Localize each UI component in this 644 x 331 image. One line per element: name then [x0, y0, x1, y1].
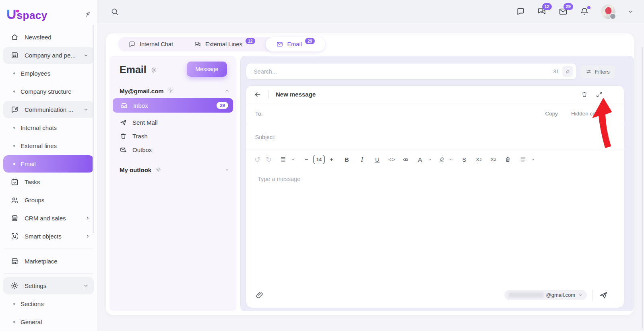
mail-icon[interactable]: 29: [558, 7, 568, 16]
chevron-down-icon[interactable]: [290, 154, 296, 165]
to-input[interactable]: [268, 110, 541, 117]
uspacy-logo[interactable]: U spacy: [6, 7, 47, 22]
sliders-icon: [586, 69, 592, 75]
bell-icon[interactable]: [580, 7, 589, 16]
code-button[interactable]: <>: [387, 154, 396, 165]
account-gmail[interactable]: My@gmail.com: [120, 85, 230, 97]
chevron-down-icon[interactable]: [224, 167, 230, 173]
chevron-down-icon[interactable]: [427, 154, 433, 165]
search-icon[interactable]: [110, 7, 119, 16]
bullet-icon: [13, 145, 15, 147]
underline-button[interactable]: U: [373, 154, 382, 165]
italic-button[interactable]: I: [357, 154, 367, 165]
gear-icon[interactable]: [168, 88, 173, 94]
sidebar-item-crm[interactable]: CRM and sales: [0, 209, 97, 227]
sidebar-item-external-lines[interactable]: External lines: [0, 137, 97, 155]
text-color-button[interactable]: A: [415, 154, 425, 165]
expand-icon[interactable]: [596, 91, 603, 98]
page-scrollbar[interactable]: [642, 47, 643, 329]
bold-button[interactable]: B: [342, 154, 351, 165]
chevron-down-icon[interactable]: [448, 154, 454, 165]
avatar[interactable]: [601, 4, 615, 19]
chevron-up-icon[interactable]: [224, 88, 230, 94]
clear-search-icon[interactable]: [562, 66, 573, 77]
tab-external-lines[interactable]: External Lines 12: [184, 37, 266, 51]
tab-email[interactable]: Email 29: [266, 37, 325, 51]
sidebar: U spacy Newsfeed Company and pe... Emplo…: [0, 0, 97, 331]
sidebar-item-label: Marketplace: [25, 258, 58, 265]
gear-icon[interactable]: [151, 67, 157, 73]
sidebar-item-label: Communication ...: [25, 106, 73, 113]
filters-button[interactable]: Filters: [580, 65, 615, 78]
copy-link[interactable]: Copy: [545, 111, 558, 117]
sidebar-item-newsfeed[interactable]: Newsfeed: [0, 28, 97, 46]
chats-icon[interactable]: 12: [537, 7, 547, 16]
sidebar-item-general[interactable]: General: [0, 313, 97, 331]
chevron-right-icon: [85, 215, 91, 221]
sidebar-item-company[interactable]: Company and pe...: [3, 47, 94, 64]
folder-sent[interactable]: Sent Mail: [120, 116, 158, 128]
account-name: My@gmail.com: [120, 88, 164, 95]
attach-file-icon[interactable]: [255, 291, 264, 299]
subject-input[interactable]: [281, 134, 610, 141]
calendar-check-icon: [10, 178, 19, 186]
folder-label: Sent Mail: [132, 119, 158, 126]
sidebar-item-smart-objects[interactable]: Smart objects: [0, 227, 97, 245]
sidebar-item-email[interactable]: Email: [3, 155, 94, 173]
compose-header: New message: [246, 86, 624, 103]
strikethrough-button[interactable]: S: [460, 154, 469, 165]
subscript-button[interactable]: X2: [474, 154, 483, 165]
undo-icon[interactable]: ↺: [253, 154, 262, 165]
account-outlook[interactable]: My outlook: [120, 164, 230, 176]
chevron-down-icon[interactable]: [530, 154, 536, 165]
folder-inbox[interactable]: Inbox 29: [113, 98, 233, 113]
inbox-icon: [120, 102, 128, 109]
font-size-increase[interactable]: +: [327, 154, 336, 165]
sidebar-item-employees[interactable]: Employees: [0, 64, 97, 82]
bullet-icon: [13, 303, 15, 305]
folder-outbox[interactable]: Outbox: [120, 144, 152, 156]
delete-draft-icon[interactable]: [581, 91, 588, 98]
sidebar-item-company-structure[interactable]: Company structure: [0, 82, 97, 101]
sidebar-item-label: Newsfeed: [25, 34, 52, 41]
redo-icon[interactable]: ↻: [264, 154, 273, 165]
folder-trash[interactable]: Trash: [120, 130, 148, 142]
sidebar-item-groups[interactable]: Groups: [0, 191, 97, 209]
sidebar-item-communication[interactable]: Communication ...: [3, 101, 94, 118]
sidebar-item-marketplace[interactable]: Marketplace: [0, 252, 97, 270]
new-message-button[interactable]: Message: [187, 62, 227, 77]
sidebar-item-settings[interactable]: Settings: [3, 277, 94, 294]
font-size-decrease[interactable]: −: [302, 154, 311, 165]
format-toolbar: ↺ ↻ − 14 + B I U <> A S: [246, 150, 624, 169]
sidebar-scrollbar[interactable]: [93, 25, 94, 233]
result-count: 31: [553, 68, 559, 74]
from-account-select[interactable]: @gmail.com: [504, 290, 587, 300]
align-icon[interactable]: [518, 154, 528, 165]
gear-icon[interactable]: [155, 167, 161, 173]
profile-chevron-down-icon[interactable]: [627, 8, 634, 15]
tab-internal-chat[interactable]: Internal Chat: [118, 37, 184, 51]
trash-icon: [120, 132, 127, 140]
line-height-icon[interactable]: [279, 154, 288, 165]
sidebar-item-label: Settings: [25, 282, 46, 289]
logo-text: spacy: [17, 9, 47, 22]
link-icon[interactable]: [401, 154, 410, 165]
search-input[interactable]: [253, 68, 553, 75]
folder-label: Trash: [132, 133, 148, 140]
superscript-button[interactable]: X2: [489, 154, 498, 165]
hidden-copy-link[interactable]: Hidden copy: [571, 111, 601, 117]
back-arrow-icon[interactable]: [254, 90, 262, 99]
sidebar-item-sections[interactable]: Sections: [0, 295, 97, 313]
highlight-color-icon[interactable]: [437, 154, 446, 165]
sidebar-item-internal-chats[interactable]: Internal chats: [0, 119, 97, 137]
comment-icon[interactable]: [516, 7, 525, 16]
sidebar-item-tasks[interactable]: Tasks: [0, 173, 97, 191]
body-placeholder: Type a message: [258, 176, 300, 182]
clear-format-icon[interactable]: [503, 154, 512, 165]
send-button[interactable]: [599, 291, 608, 300]
sidebar-nav: Newsfeed Company and pe... Employees Com…: [0, 26, 97, 331]
message-body[interactable]: Type a message: [246, 169, 624, 282]
email-module-card: Internal Chat External Lines 12 Email 29…: [106, 33, 634, 315]
pin-sidebar-icon[interactable]: [84, 11, 91, 19]
font-size-value[interactable]: 14: [313, 155, 325, 164]
